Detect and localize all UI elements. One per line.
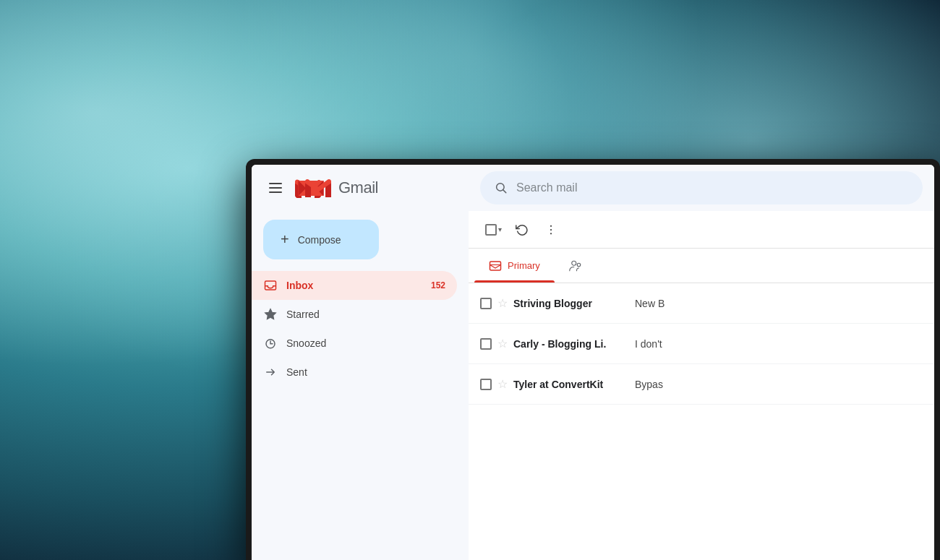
mail-subject-1: New B <box>635 298 923 309</box>
toolbar-row: ▾ <box>469 211 934 249</box>
gmail-icon <box>305 178 331 197</box>
compose-button[interactable]: + Compose <box>263 220 379 259</box>
primary-tab-icon <box>489 259 502 272</box>
menu-button[interactable] <box>263 177 288 199</box>
tabs-row: Primary <box>469 249 934 283</box>
svg-point-13 <box>572 261 576 265</box>
mail-sender-1: Striving Blogger <box>513 298 629 309</box>
mail-row[interactable]: ☆ Striving Blogger New B <box>469 283 934 324</box>
star-icon-2[interactable]: ☆ <box>497 337 508 350</box>
mail-sender-3: Tyler at ConvertKit <box>513 379 629 390</box>
mail-row[interactable]: ☆ Carly - Blogging Li. I don't <box>469 324 934 364</box>
svg-marker-7 <box>265 309 276 319</box>
svg-line-5 <box>503 190 506 193</box>
mail-checkbox-3[interactable] <box>480 379 492 390</box>
more-options-button[interactable] <box>538 217 564 243</box>
mail-checkbox-2[interactable] <box>480 338 492 350</box>
select-all-checkbox <box>485 224 497 236</box>
mail-checkbox-1[interactable] <box>480 298 492 309</box>
mail-sender-2: Carly - Blogging Li. <box>513 338 629 350</box>
laptop-frame: Gmail Search mail + Compose <box>246 159 940 560</box>
star-icon <box>263 307 278 322</box>
sidebar-item-snoozed[interactable]: Snoozed <box>252 329 457 358</box>
mail-subject-2: I don't <box>635 338 923 350</box>
screen: Gmail Search mail + Compose <box>252 165 934 560</box>
refresh-button[interactable] <box>509 217 535 243</box>
search-bar[interactable]: Search mail <box>480 171 923 204</box>
svg-point-10 <box>550 228 552 230</box>
inbox-label: Inbox <box>286 280 422 291</box>
svg-point-14 <box>577 263 581 267</box>
mail-list-area: ▾ <box>469 211 934 560</box>
mail-rows: ☆ Striving Blogger New B ☆ Carly - Blogg… <box>469 283 934 560</box>
search-icon <box>495 181 508 194</box>
gmail-header: Gmail Search mail <box>252 165 934 211</box>
gmail-body: + Compose Inbox 152 <box>252 211 934 560</box>
primary-tab-label: Primary <box>508 260 540 271</box>
svg-point-11 <box>550 233 552 234</box>
starred-label: Starred <box>286 309 445 320</box>
sidebar-item-inbox[interactable]: Inbox 152 <box>252 271 457 300</box>
sidebar-item-sent[interactable]: Sent <box>252 358 457 387</box>
search-placeholder: Search mail <box>516 181 577 194</box>
header-left: Gmail <box>263 177 480 199</box>
mail-row[interactable]: ☆ Tyler at ConvertKit Bypas <box>469 364 934 405</box>
star-icon-1[interactable]: ☆ <box>497 296 508 310</box>
select-all-button[interactable]: ▾ <box>480 217 506 243</box>
compose-label: Compose <box>298 234 341 246</box>
sent-label: Sent <box>286 366 445 378</box>
snoozed-label: Snoozed <box>286 337 445 349</box>
select-dropdown-icon: ▾ <box>498 225 502 233</box>
inbox-badge: 152 <box>431 280 445 290</box>
compose-plus-icon: + <box>281 231 289 248</box>
sidebar: + Compose Inbox 152 <box>252 211 469 560</box>
sent-icon <box>263 365 278 379</box>
tab-social[interactable] <box>555 249 597 283</box>
social-tab-icon <box>569 259 582 272</box>
snoozed-icon <box>263 336 278 350</box>
tab-primary[interactable]: Primary <box>474 249 555 283</box>
sidebar-item-starred[interactable]: Starred <box>252 300 457 329</box>
mail-subject-3: Bypas <box>635 379 923 390</box>
svg-point-9 <box>550 225 552 226</box>
app-title: Gmail <box>338 178 378 197</box>
star-icon-3[interactable]: ☆ <box>497 377 508 391</box>
inbox-icon <box>263 278 278 293</box>
